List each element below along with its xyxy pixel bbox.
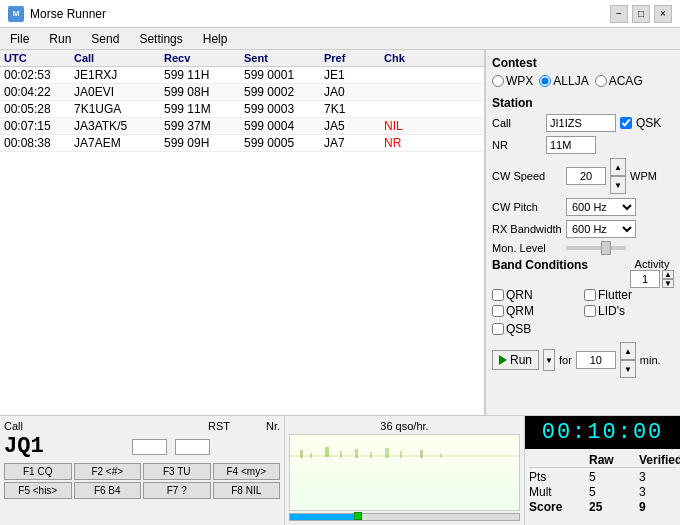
activity-label: Activity bbox=[635, 258, 670, 270]
nr-input-field[interactable] bbox=[175, 439, 210, 455]
cell-pref: JA5 bbox=[324, 119, 384, 133]
fn6-button[interactable]: F6 B4 bbox=[74, 482, 142, 499]
tune-indicator bbox=[354, 512, 362, 520]
call-input[interactable] bbox=[546, 114, 616, 132]
activity-up[interactable]: ▲ bbox=[662, 270, 674, 279]
qsk-checkbox[interactable] bbox=[620, 117, 632, 129]
svg-rect-3 bbox=[325, 447, 329, 457]
fn7-button[interactable]: F7 ? bbox=[143, 482, 211, 499]
cell-call: JA0EVI bbox=[74, 85, 164, 99]
bottom-section: Call RST Nr. F1 CQ F2 <#> F3 TU F4 <my> … bbox=[0, 415, 680, 525]
contest-wpx[interactable]: WPX bbox=[492, 74, 533, 88]
cw-speed-down[interactable]: ▼ bbox=[610, 176, 626, 194]
radio-acag[interactable] bbox=[595, 75, 607, 87]
menu-help[interactable]: Help bbox=[197, 30, 234, 48]
qsb-row: QSB bbox=[492, 322, 674, 336]
run-dropdown[interactable]: ▼ bbox=[543, 349, 555, 371]
fn4-button[interactable]: F4 <my> bbox=[213, 463, 281, 480]
cw-speed-up[interactable]: ▲ bbox=[610, 158, 626, 176]
cw-speed-row: CW Speed ▲ ▼ WPM bbox=[492, 158, 674, 194]
cell-sent: 599 0002 bbox=[244, 85, 324, 99]
callsign-input[interactable] bbox=[4, 434, 124, 459]
mon-level-row: Mon. Level bbox=[492, 242, 674, 254]
cell-utc: 00:08:38 bbox=[4, 136, 74, 150]
progress-fill bbox=[290, 514, 359, 520]
cell-call: JA7AEM bbox=[74, 136, 164, 150]
activity-section: Activity ▲ ▼ bbox=[630, 258, 674, 288]
for-up[interactable]: ▲ bbox=[620, 342, 636, 360]
cw-pitch-row: CW Pitch 600 Hz 700 Hz 800 Hz bbox=[492, 198, 674, 216]
timer-display: 00:10:00 bbox=[525, 416, 680, 449]
col-utc: UTC bbox=[4, 52, 74, 64]
radio-wpx[interactable] bbox=[492, 75, 504, 87]
cw-speed-spinners[interactable]: ▲ ▼ bbox=[610, 158, 626, 194]
col-chk: Chk bbox=[384, 52, 434, 64]
menu-send[interactable]: Send bbox=[85, 30, 125, 48]
score-label: Pts bbox=[529, 470, 589, 484]
cw-pitch-select[interactable]: 600 Hz 700 Hz 800 Hz bbox=[566, 198, 636, 216]
title-bar-controls[interactable]: − □ × bbox=[610, 5, 672, 23]
lids-check[interactable]: LID's bbox=[584, 304, 674, 318]
maximize-button[interactable]: □ bbox=[632, 5, 650, 23]
menu-file[interactable]: File bbox=[4, 30, 35, 48]
cell-utc: 00:04:22 bbox=[4, 85, 74, 99]
for-spinners[interactable]: ▲ ▼ bbox=[620, 342, 636, 378]
qrm-check[interactable]: QRM bbox=[492, 304, 582, 318]
qsb-check[interactable]: QSB bbox=[492, 322, 674, 336]
cell-recv: 599 11M bbox=[164, 102, 244, 116]
svg-rect-1 bbox=[300, 450, 303, 458]
input-values-row bbox=[4, 434, 280, 459]
qrn-check[interactable]: QRN bbox=[492, 288, 582, 302]
contest-label: Contest bbox=[492, 56, 674, 70]
call-row: Call QSK bbox=[492, 114, 674, 132]
activity-input[interactable] bbox=[630, 270, 660, 288]
close-button[interactable]: × bbox=[654, 5, 672, 23]
contest-radio-group: WPX ALLJA ACAG bbox=[492, 74, 674, 88]
fn1-button[interactable]: F1 CQ bbox=[4, 463, 72, 480]
table-row: 00:02:53 JE1RXJ 599 11H 599 0001 JE1 bbox=[0, 67, 484, 84]
fn8-button[interactable]: F8 NIL bbox=[213, 482, 281, 499]
fn2-button[interactable]: F2 <#> bbox=[74, 463, 142, 480]
band-conditions-label: Band Conditions bbox=[492, 258, 588, 272]
minimize-button[interactable]: − bbox=[610, 5, 628, 23]
score-row: Pts 5 3 bbox=[529, 470, 676, 484]
wpm-label: WPM bbox=[630, 170, 657, 182]
cw-speed-label: CW Speed bbox=[492, 170, 562, 182]
for-label: for bbox=[559, 354, 572, 366]
mon-level-slider[interactable] bbox=[566, 246, 626, 250]
contest-allja[interactable]: ALLJA bbox=[539, 74, 588, 88]
cell-recv: 599 37M bbox=[164, 119, 244, 133]
bottom-right: 00:10:00 Raw Verified Pts 5 3 Mult 5 3 S… bbox=[525, 416, 680, 525]
contest-acag[interactable]: ACAG bbox=[595, 74, 643, 88]
fn3-button[interactable]: F3 TU bbox=[143, 463, 211, 480]
radio-allja[interactable] bbox=[539, 75, 551, 87]
activity-down[interactable]: ▼ bbox=[662, 279, 674, 288]
score-row: Score 25 9 bbox=[529, 500, 676, 514]
nr-input[interactable] bbox=[546, 136, 596, 154]
for-value-input[interactable] bbox=[576, 351, 616, 369]
score-label: Score bbox=[529, 500, 589, 514]
for-down[interactable]: ▼ bbox=[620, 360, 636, 378]
fn5-button[interactable]: F5 <his> bbox=[4, 482, 72, 499]
score-verified: 3 bbox=[639, 470, 680, 484]
score-table: Raw Verified Pts 5 3 Mult 5 3 Score 25 9 bbox=[525, 449, 680, 525]
table-row: 00:05:28 7K1UGA 599 11M 599 0003 7K1 bbox=[0, 101, 484, 118]
cell-sent: 599 0003 bbox=[244, 102, 324, 116]
run-button[interactable]: Run bbox=[492, 350, 539, 370]
cw-speed-input[interactable] bbox=[566, 167, 606, 185]
signal-display bbox=[289, 434, 520, 511]
flutter-check[interactable]: Flutter bbox=[584, 288, 674, 302]
score-col-label bbox=[529, 453, 589, 467]
rx-bw-select[interactable]: 600 Hz 400 Hz 200 Hz bbox=[566, 220, 636, 238]
svg-rect-0 bbox=[290, 455, 519, 457]
cell-chk bbox=[384, 85, 434, 99]
svg-rect-9 bbox=[420, 450, 423, 458]
rx-bw-label: RX Bandwidth bbox=[492, 223, 562, 235]
score-rows: Pts 5 3 Mult 5 3 Score 25 9 bbox=[529, 470, 676, 514]
menu-settings[interactable]: Settings bbox=[133, 30, 188, 48]
rst-input[interactable] bbox=[132, 439, 167, 455]
score-row: Mult 5 3 bbox=[529, 485, 676, 499]
menu-run[interactable]: Run bbox=[43, 30, 77, 48]
bottom-left: Call RST Nr. F1 CQ F2 <#> F3 TU F4 <my> … bbox=[0, 416, 285, 525]
score-header: Raw Verified bbox=[529, 453, 676, 468]
